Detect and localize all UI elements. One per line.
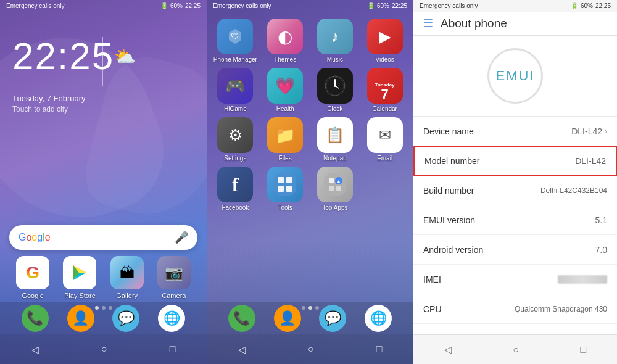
apps-dock-phone[interactable]: 📞 xyxy=(228,305,255,332)
weather-icon: ⛅ xyxy=(114,46,136,67)
dock-chrome[interactable]: 🌐 xyxy=(158,305,185,332)
about-battery-icon: 🔋 xyxy=(571,2,578,9)
time-apps: 22:25 xyxy=(392,2,407,9)
build-text: Delhi-L42C432B104 xyxy=(540,186,607,195)
home-apps-row: G Google Play Store 🏔 Gallery 📷 Camera xyxy=(0,256,207,299)
emui-version-text: 5.1 xyxy=(595,215,607,225)
videos-label: Videos xyxy=(375,56,394,63)
emui-version-label: EMUI version xyxy=(423,215,475,225)
app-gallery[interactable]: 🏔 Gallery xyxy=(110,256,144,299)
battery-percent: 60% xyxy=(170,2,183,9)
app-music[interactable]: ♪ Music xyxy=(313,19,358,63)
app-play-store[interactable]: Play Store xyxy=(63,256,96,299)
about-battery: 60% xyxy=(581,2,593,9)
dock-messages[interactable]: 💬 xyxy=(112,305,139,332)
app-top-apps[interactable]: ▲ Top Apps xyxy=(313,167,358,211)
app-settings[interactable]: ⚙ Settings xyxy=(213,117,258,162)
device-name-chevron: › xyxy=(605,127,607,136)
clock-label: Clock xyxy=(327,105,342,112)
weather-widget: ⛅ xyxy=(114,46,136,67)
apps-dock-messages[interactable]: 💬 xyxy=(319,305,346,332)
device-name-value: DLI-L42 › xyxy=(571,126,607,136)
dock-phone[interactable]: 📞 xyxy=(22,305,49,332)
settings-icon: ⚙ xyxy=(217,117,253,153)
app-clock[interactable]: Clock xyxy=(313,68,358,112)
google-search-bar[interactable]: Google 🎤 xyxy=(9,225,197,250)
facebook-label: Facebook xyxy=(222,204,249,211)
imei-value xyxy=(558,275,607,284)
cpu-value: Qualcomm Snapdragon 430 xyxy=(515,305,607,313)
app-camera-label: Camera xyxy=(162,292,186,299)
status-bar-lock: Emergency calls only 🔋 60% 22:25 xyxy=(0,0,207,12)
nav-back[interactable]: ◁ xyxy=(31,344,39,355)
app-videos[interactable]: ▶ Videos xyxy=(362,19,407,63)
row-android-version: Android version 7.0 xyxy=(413,235,617,265)
app-phone-manager[interactable]: 🛡 Phone Manager xyxy=(213,19,258,63)
model-label: Model number xyxy=(424,156,480,166)
svg-rect-14 xyxy=(278,186,284,192)
settings-label: Settings xyxy=(224,155,246,162)
health-icon: 💗 xyxy=(267,68,303,104)
apps-dock-chrome[interactable]: 🌐 xyxy=(365,305,392,332)
phone-manager-icon: 🛡 xyxy=(217,19,253,54)
notepad-label: Notepad xyxy=(323,155,347,162)
svg-text:🛡: 🛡 xyxy=(231,31,239,41)
top-apps-label: Top Apps xyxy=(322,204,347,211)
app-health[interactable]: 💗 Health xyxy=(263,68,308,112)
email-icon: ✉ xyxy=(367,117,403,153)
app-higame[interactable]: 🎮 HiGame xyxy=(213,68,258,112)
music-label: Music xyxy=(327,56,343,63)
svg-point-10 xyxy=(334,85,336,87)
nav-bar-lock: ◁ ○ □ xyxy=(0,334,207,364)
clock-time: 22:25 xyxy=(12,37,114,75)
calendar-icon: Tuesday 7 xyxy=(367,68,403,104)
app-facebook[interactable]: f Facebook xyxy=(213,167,258,211)
nav-recent[interactable]: □ xyxy=(170,344,176,355)
svg-rect-13 xyxy=(286,177,292,183)
app-google[interactable]: G Google xyxy=(16,256,49,299)
app-tools[interactable]: Tools xyxy=(263,167,308,211)
hamburger-icon[interactable]: ☰ xyxy=(423,17,433,30)
app-notepad[interactable]: 📋 Notepad xyxy=(313,117,358,162)
imei-label: IMEI xyxy=(423,275,441,284)
svg-rect-16 xyxy=(324,173,346,196)
app-camera[interactable]: 📷 Camera xyxy=(157,256,191,299)
notepad-icon: 📋 xyxy=(317,117,353,153)
facebook-icon: f xyxy=(217,167,253,202)
apps-dock-contacts[interactable]: 👤 xyxy=(274,305,301,332)
battery-icon-apps: 🔋 xyxy=(367,2,375,9)
model-text: DLI-L42 xyxy=(575,156,606,166)
dock-contacts[interactable]: 👤 xyxy=(67,305,94,332)
nav-bar-apps: ◁ ○ □ xyxy=(207,334,413,364)
status-right-lock: 🔋 60% 22:25 xyxy=(160,2,201,9)
panel-about-phone: Emergency calls only 🔋 60% 22:25 ☰ About… xyxy=(413,0,617,364)
svg-rect-12 xyxy=(278,177,284,183)
status-emergency-apps: Emergency calls only xyxy=(213,2,271,9)
android-version-value: 7.0 xyxy=(595,245,607,255)
apps-nav-recent[interactable]: □ xyxy=(376,344,383,355)
about-status-emergency: Emergency calls only xyxy=(420,2,478,9)
app-calendar[interactable]: Tuesday 7 Calendar xyxy=(362,68,407,112)
app-themes[interactable]: ◐ Themes xyxy=(263,19,308,63)
about-header: ☰ About phone xyxy=(413,12,617,36)
about-nav-home[interactable]: ○ xyxy=(513,344,519,355)
app-files[interactable]: 📁 Files xyxy=(263,117,308,162)
cpu-label: CPU xyxy=(423,304,442,314)
about-nav-back[interactable]: ◁ xyxy=(444,344,452,355)
device-name-text: DLI-L42 xyxy=(571,126,602,136)
nav-home[interactable]: ○ xyxy=(101,344,107,355)
app-email[interactable]: ✉ Email xyxy=(362,117,407,162)
row-device-name[interactable]: Device name DLI-L42 › xyxy=(413,117,617,146)
tools-icon xyxy=(267,167,303,202)
panel-lock-screen: Emergency calls only 🔋 60% 22:25 22:25 ⛅… xyxy=(0,0,207,364)
phone-manager-label: Phone Manager xyxy=(213,56,257,63)
row-emui-version: EMUI version 5.1 xyxy=(413,205,617,235)
tools-label: Tools xyxy=(278,204,292,211)
emui-logo-area: EMUI xyxy=(413,36,617,117)
clock-divider xyxy=(102,37,103,86)
mic-icon[interactable]: 🎤 xyxy=(175,231,188,244)
about-nav-recent[interactable]: □ xyxy=(581,344,587,355)
apps-nav-back[interactable]: ◁ xyxy=(238,344,246,355)
higame-icon: 🎮 xyxy=(217,68,253,104)
apps-nav-home[interactable]: ○ xyxy=(308,344,314,355)
